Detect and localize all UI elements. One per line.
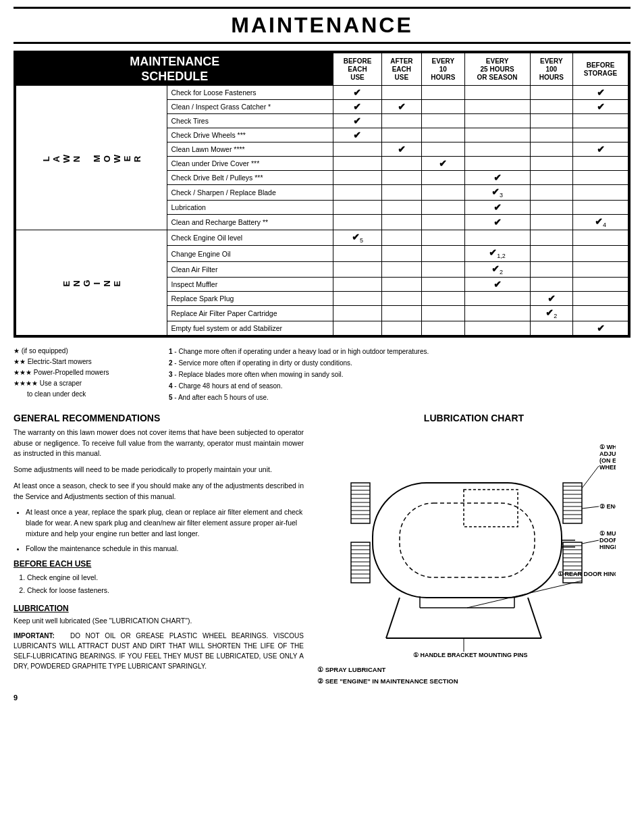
check-cell bbox=[381, 128, 422, 142]
important-label: IMPORTANT: bbox=[14, 632, 55, 640]
check-cell bbox=[573, 185, 628, 201]
check-cell: ✔ bbox=[573, 86, 628, 100]
check-cell bbox=[422, 201, 464, 215]
table-row: ENGINE Check Engine Oil level ✔5 bbox=[16, 230, 628, 246]
task-sharpen-blade: Check / Sharpen / Replace Blade bbox=[167, 185, 333, 201]
check-cell bbox=[333, 185, 381, 201]
check-cell bbox=[422, 128, 464, 142]
svg-rect-22 bbox=[351, 483, 370, 523]
task-clean-mower: Clean Lawn Mower **** bbox=[167, 142, 333, 157]
check-cell bbox=[530, 215, 572, 230]
right-column: LUBRICATION CHART bbox=[317, 413, 630, 687]
check-cell bbox=[573, 277, 628, 291]
svg-line-57 bbox=[582, 540, 599, 544]
check-cell bbox=[333, 321, 381, 335]
svg-line-61 bbox=[467, 581, 582, 608]
check-cell bbox=[530, 246, 572, 261]
check-cell bbox=[422, 305, 464, 321]
check-cell bbox=[464, 157, 530, 171]
check-cell bbox=[573, 171, 628, 185]
svg-text:① MULCHER: ① MULCHER bbox=[599, 530, 616, 537]
footnote-1: 1 - Change more often if operating under… bbox=[169, 346, 630, 357]
task-check-engine-oil: Check Engine Oil level bbox=[167, 230, 333, 246]
check-cell: ✔ bbox=[464, 215, 530, 230]
check-cell: ✔ bbox=[573, 100, 628, 114]
check-cell bbox=[464, 142, 530, 157]
bottom-area: 9 bbox=[14, 694, 630, 702]
col-after-each: AFTEREACHUSE bbox=[381, 53, 422, 86]
col-before-each: BEFOREEACHUSE bbox=[333, 53, 381, 86]
diagram-svg: ① WHEEL ADJUSTER (ON EACH WHEEL) ② ENGIN… bbox=[332, 429, 616, 658]
task-check-drive-belt: Check Drive Belt / Pulleys *** bbox=[167, 171, 333, 185]
check-cell bbox=[333, 142, 381, 157]
check-cell bbox=[464, 114, 530, 128]
list-item: Check for loose fasteners. bbox=[27, 584, 304, 597]
footnote-2: 2 - Service more often if operating in d… bbox=[169, 357, 630, 369]
task-lubrication: Lubrication bbox=[167, 201, 333, 215]
task-check-tires: Check Tires bbox=[167, 114, 333, 128]
schedule-table: MAINTENANCESCHEDULE BEFOREEACHUSE AFTERE… bbox=[16, 53, 628, 336]
lubrication-title: LUBRICATION bbox=[14, 604, 304, 613]
task-check-drive-wheels: Check Drive Wheels *** bbox=[167, 128, 333, 142]
list-item: Follow the maintenance schedule in this … bbox=[26, 544, 304, 554]
list-item: Check engine oil level. bbox=[27, 571, 304, 584]
check-cell bbox=[422, 321, 464, 335]
svg-line-55 bbox=[582, 506, 599, 509]
check-cell: ✔ bbox=[573, 321, 628, 335]
check-cell bbox=[381, 230, 422, 246]
check-cell bbox=[333, 277, 381, 291]
svg-text:① HANDLE BRACKET MOUNTING PINS: ① HANDLE BRACKET MOUNTING PINS bbox=[413, 652, 528, 658]
check-cell bbox=[530, 114, 572, 128]
check-cell: ✔1,2 bbox=[464, 246, 530, 261]
svg-text:DOOR: DOOR bbox=[599, 537, 616, 544]
check-cell: ✔5 bbox=[333, 230, 381, 246]
check-cell bbox=[381, 157, 422, 171]
check-cell bbox=[333, 215, 381, 230]
check-cell bbox=[422, 215, 464, 230]
task-clean-air-filter: Clean Air Filter bbox=[167, 261, 333, 277]
check-cell bbox=[464, 86, 530, 100]
check-cell bbox=[573, 114, 628, 128]
check-cell: ✔ bbox=[381, 100, 422, 114]
svg-text:WHEEL): WHEEL) bbox=[599, 464, 616, 471]
general-rec-title: GENERAL RECOMMENDATIONS bbox=[14, 413, 304, 423]
check-cell bbox=[422, 246, 464, 261]
check-cell bbox=[573, 201, 628, 215]
footnotes-right: 1 - Change more often if operating under… bbox=[169, 346, 630, 403]
footnote-3: 3 - Replace blades more often when mowin… bbox=[169, 369, 630, 380]
before-each-use: BEFORE EACH USE Check engine oil level. … bbox=[14, 559, 304, 597]
check-cell bbox=[422, 142, 464, 157]
svg-text:(ON EACH: (ON EACH bbox=[599, 457, 616, 464]
lub-chart-footnotes: ① SPRAY LUBRICANT ② SEE "ENGINE" IN MAIN… bbox=[317, 664, 630, 687]
check-cell bbox=[573, 128, 628, 142]
footnote-4: 4 - Charge 48 hours at end of season. bbox=[169, 380, 630, 392]
task-change-engine-oil: Change Engine Oil bbox=[167, 246, 333, 261]
check-cell: ✔ bbox=[333, 128, 381, 142]
check-cell bbox=[381, 277, 422, 291]
check-cell bbox=[464, 291, 530, 305]
schedule-header-title: MAINTENANCESCHEDULE bbox=[16, 53, 333, 86]
check-cell bbox=[530, 86, 572, 100]
check-cell bbox=[381, 321, 422, 335]
check-cell bbox=[333, 201, 381, 215]
lub-footnote-1: ① SPRAY LUBRICANT bbox=[317, 664, 630, 675]
check-cell bbox=[422, 261, 464, 277]
footnote-star4b: to clean under deck bbox=[14, 389, 149, 400]
general-rec-list: At least once a year, replace the spark … bbox=[26, 507, 304, 554]
check-cell bbox=[422, 171, 464, 185]
svg-text:① REAR DOOR HINGE: ① REAR DOOR HINGE bbox=[558, 571, 616, 577]
check-cell bbox=[422, 230, 464, 246]
check-cell: ✔2 bbox=[464, 261, 530, 277]
check-cell bbox=[381, 291, 422, 305]
check-cell bbox=[422, 185, 464, 201]
check-cell: ✔ bbox=[333, 114, 381, 128]
lub-chart-title: LUBRICATION CHART bbox=[317, 413, 630, 423]
check-cell bbox=[573, 261, 628, 277]
footnotes-left: ★ (if so equipped) ★★ Electric-Start mow… bbox=[14, 346, 149, 403]
check-cell bbox=[381, 114, 422, 128]
label-wheel-adjuster: ① WHEEL bbox=[599, 444, 616, 450]
check-cell: ✔3 bbox=[464, 185, 530, 201]
schedule-table-wrapper: MAINTENANCESCHEDULE BEFOREEACHUSE AFTERE… bbox=[14, 51, 630, 338]
check-cell bbox=[333, 171, 381, 185]
check-cell bbox=[530, 157, 572, 171]
